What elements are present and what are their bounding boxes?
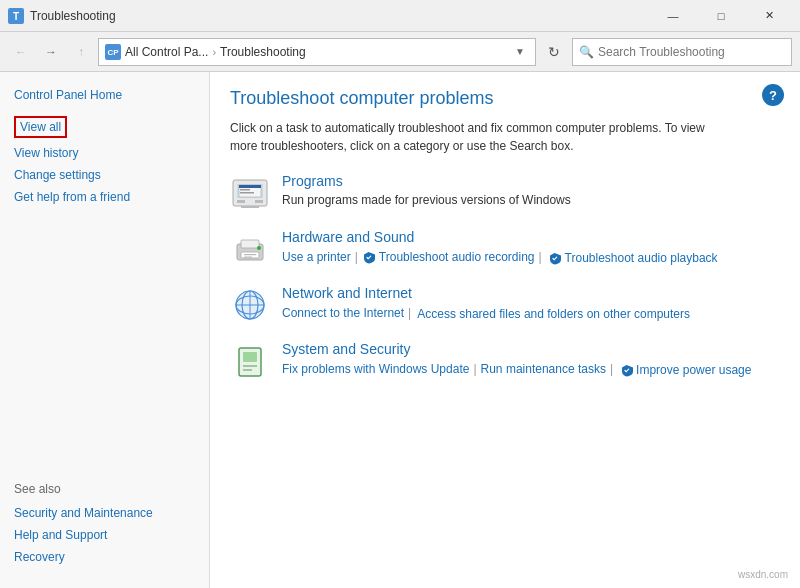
window-title: Troubleshooting (30, 9, 650, 23)
main-container: Control Panel Home View all View history… (0, 72, 800, 588)
hardware-sound-links: Use a printer | Troubleshoot audio recor… (282, 249, 718, 265)
svg-rect-18 (244, 257, 252, 258)
sidebar-security-maintenance[interactable]: Security and Maintenance (14, 506, 195, 520)
shield-icon-3 (619, 363, 633, 377)
svg-rect-27 (243, 365, 257, 367)
shield-icon-1 (362, 250, 376, 264)
hardware-sound-icon (230, 229, 270, 269)
sidebar-recovery[interactable]: Recovery (14, 550, 195, 564)
sidebar-home-link[interactable]: Control Panel Home (14, 88, 195, 102)
breadcrumb-current: Troubleshooting (220, 45, 306, 59)
sidebar-view-history[interactable]: View history (14, 146, 195, 160)
svg-rect-28 (243, 369, 252, 371)
programs-desc: Run programs made for previous versions … (282, 193, 571, 207)
network-internet-icon (230, 285, 270, 325)
up-button[interactable]: ↑ (68, 39, 94, 65)
watermark: wsxdn.com (738, 569, 788, 580)
breadcrumb-bar: CP All Control Pa... › Troubleshooting ▼ (98, 38, 536, 66)
search-icon: 🔍 (579, 45, 594, 59)
svg-text:T: T (13, 11, 19, 22)
hardware-sound-content: Hardware and Sound Use a printer | Troub… (282, 229, 718, 265)
svg-text:CP: CP (107, 48, 119, 57)
network-internet-title[interactable]: Network and Internet (282, 285, 690, 301)
troubleshoot-audio-recording-link[interactable]: Troubleshoot audio recording (362, 250, 535, 264)
category-system-security: System and Security Fix problems with Wi… (230, 341, 780, 381)
troubleshoot-audio-playback-link[interactable]: Troubleshoot audio playback (548, 251, 718, 265)
sidebar-help-support[interactable]: Help and Support (14, 528, 195, 542)
content-area: ? Troubleshoot computer problems Click o… (210, 72, 800, 588)
svg-rect-14 (241, 240, 259, 248)
svg-rect-8 (241, 206, 259, 208)
network-internet-links: Connect to the Internet | Access shared … (282, 305, 690, 321)
title-bar: T Troubleshooting — □ ✕ (0, 0, 800, 32)
programs-content: Programs Run programs made for previous … (282, 173, 571, 207)
system-security-icon (230, 341, 270, 381)
help-button[interactable]: ? (762, 84, 784, 106)
network-internet-content: Network and Internet Connect to the Inte… (282, 285, 690, 321)
search-box: 🔍 (572, 38, 792, 66)
sidebar: Control Panel Home View all View history… (0, 72, 210, 588)
shield-icon-2 (548, 251, 562, 265)
back-button[interactable]: ← (8, 39, 34, 65)
breadcrumb-part1[interactable]: All Control Pa... (125, 45, 208, 59)
fix-windows-update-link[interactable]: Fix problems with Windows Update (282, 362, 469, 376)
svg-point-16 (257, 246, 261, 250)
address-bar: ← → ↑ CP All Control Pa... › Troubleshoo… (0, 32, 800, 72)
minimize-button[interactable]: — (650, 1, 696, 31)
system-security-title[interactable]: System and Security (282, 341, 751, 357)
category-hardware-sound: Hardware and Sound Use a printer | Troub… (230, 229, 780, 269)
sidebar-get-help[interactable]: Get help from a friend (14, 190, 195, 204)
connect-internet-link[interactable]: Connect to the Internet (282, 306, 404, 320)
programs-title[interactable]: Programs (282, 173, 571, 189)
window-controls: — □ ✕ (650, 1, 792, 31)
sidebar-see-also: See also Security and Maintenance Help a… (14, 462, 195, 572)
see-also-title: See also (14, 482, 195, 496)
page-title: Troubleshoot computer problems (230, 88, 780, 109)
sidebar-change-settings[interactable]: Change settings (14, 168, 195, 182)
forward-button[interactable]: → (38, 39, 64, 65)
page-description: Click on a task to automatically trouble… (230, 119, 710, 155)
app-icon: T (8, 8, 24, 24)
svg-rect-17 (244, 254, 256, 255)
svg-rect-6 (237, 200, 245, 203)
search-input[interactable] (598, 45, 785, 59)
svg-rect-26 (243, 352, 257, 362)
svg-rect-7 (255, 200, 263, 203)
breadcrumb-separator: › (212, 46, 216, 58)
hardware-sound-title[interactable]: Hardware and Sound (282, 229, 718, 245)
sidebar-view-all[interactable]: View all (14, 116, 67, 138)
system-security-content: System and Security Fix problems with Wi… (282, 341, 751, 377)
category-network-internet: Network and Internet Connect to the Inte… (230, 285, 780, 325)
refresh-button[interactable]: ↻ (540, 38, 568, 66)
breadcrumb-dropdown[interactable]: ▼ (511, 46, 529, 57)
svg-rect-12 (240, 192, 254, 194)
improve-power-usage-link[interactable]: Improve power usage (619, 363, 751, 377)
run-maintenance-tasks-link[interactable]: Run maintenance tasks (481, 362, 606, 376)
maximize-button[interactable]: □ (698, 1, 744, 31)
category-programs: Programs Run programs made for previous … (230, 173, 780, 213)
system-security-links: Fix problems with Windows Update | Run m… (282, 361, 751, 377)
programs-subtitle: Run programs made for previous versions … (282, 193, 571, 207)
breadcrumb-icon: CP (105, 44, 121, 60)
programs-icon (230, 173, 270, 213)
use-printer-link[interactable]: Use a printer (282, 250, 351, 264)
access-shared-files-link[interactable]: Access shared files and folders on other… (417, 307, 690, 321)
svg-rect-10 (239, 185, 261, 188)
svg-rect-11 (240, 189, 250, 191)
close-button[interactable]: ✕ (746, 1, 792, 31)
